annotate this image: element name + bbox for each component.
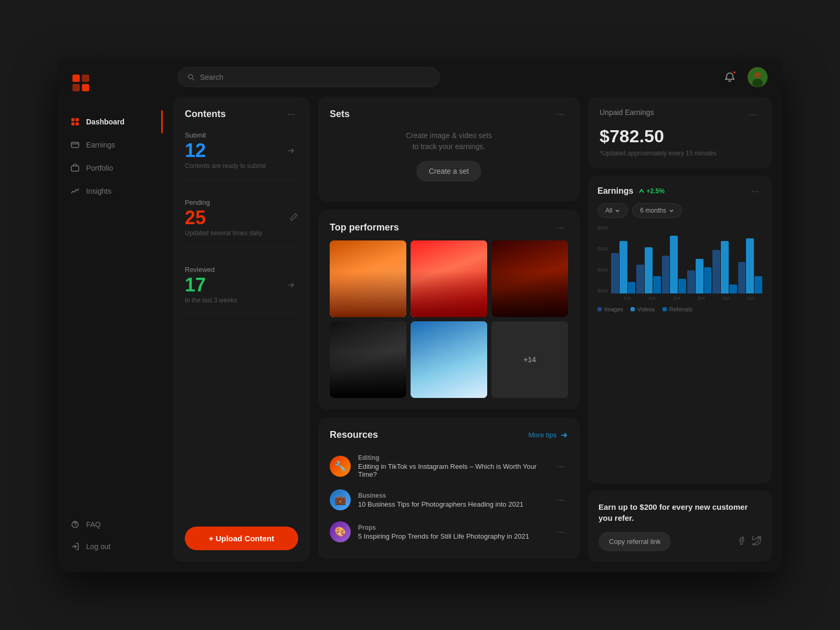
sidebar-item-label: Portfolio: [86, 164, 113, 172]
bar-g5-referrals: [729, 285, 737, 293]
submit-sub: Contents are ready to submit: [185, 162, 266, 170]
reviewed-arrow[interactable]: [284, 278, 298, 292]
reviewed-stat: Reviewed 17 In the last 3 weeks: [185, 266, 298, 314]
svg-rect-7: [76, 122, 79, 125]
earnings-type-filter[interactable]: All: [597, 203, 628, 218]
sidebar-item-label: Earnings: [86, 141, 115, 149]
chart-legend: Images Videos Referrals: [597, 306, 762, 312]
contents-title: Contents: [185, 109, 226, 120]
svg-rect-2: [72, 84, 80, 91]
bar-g1-videos: [620, 241, 627, 293]
contents-more-button[interactable]: ···: [284, 108, 298, 120]
social-icons: [737, 536, 761, 548]
more-tips-link[interactable]: More tips: [529, 431, 568, 439]
bar-g4-images: [687, 270, 695, 293]
performer-image-2[interactable]: [411, 240, 487, 317]
sidebar-item-insights[interactable]: Insights: [58, 180, 163, 203]
resource-business-more[interactable]: ···: [554, 494, 568, 506]
svg-point-14: [752, 79, 763, 87]
legend-dot-images: [597, 307, 602, 311]
search-bar[interactable]: [177, 67, 440, 87]
unpaid-more-button[interactable]: ···: [746, 109, 760, 120]
legend-dot-videos: [631, 307, 635, 311]
avatar[interactable]: [748, 67, 768, 87]
submit-count: 12: [185, 141, 266, 160]
chart-x-labels: Jun Jun Jun Jun Jun Jun: [597, 296, 762, 301]
earnings-period-filter[interactable]: 6 months: [632, 203, 681, 218]
right-column: Unpaid Earnings ··· $782.50 *Updated app…: [588, 97, 772, 562]
earnings-chart-title: Earnings: [597, 186, 633, 196]
sidebar-item-label: FAQ: [86, 520, 101, 529]
performer-image-3[interactable]: [491, 240, 568, 317]
resource-icon-props: 🎨: [330, 521, 351, 542]
earnings-change: +2.5%: [638, 187, 664, 195]
referral-card: Earn up to $200 for every new customer y…: [588, 491, 772, 562]
sidebar-bottom: FAQ Log out: [58, 513, 163, 572]
notification-button[interactable]: [720, 68, 739, 87]
sets-title: Sets: [330, 109, 350, 120]
sidebar-nav: Dashboard Earnings: [58, 110, 163, 513]
svg-rect-6: [71, 122, 75, 125]
bar-g3-images: [662, 256, 670, 293]
sets-description: Create image & video sets to track your …: [406, 130, 492, 152]
sets-body: Create image & video sets to track your …: [330, 122, 568, 190]
copy-referral-link-button[interactable]: Copy referral link: [598, 532, 671, 551]
legend-dot-referrals: [663, 307, 667, 311]
search-icon: [187, 74, 195, 81]
sets-card: Sets ··· Create image & video sets to tr…: [318, 97, 580, 202]
performer-image-1[interactable]: [330, 240, 406, 317]
upload-content-button[interactable]: + Upload Content: [185, 527, 298, 550]
submit-stat: Submit 12 Contents are ready to submit: [185, 131, 298, 180]
chart-bars: $900 $600 $300 $000: [597, 225, 762, 293]
performer-image-5[interactable]: [411, 321, 487, 398]
svg-point-13: [754, 72, 761, 78]
y-label-600: $600: [597, 246, 608, 251]
svg-rect-1: [82, 75, 89, 82]
earnings-more-button[interactable]: ···: [748, 185, 762, 197]
resource-editing-more[interactable]: ···: [554, 460, 568, 472]
pending-edit-button[interactable]: [290, 213, 298, 223]
performer-image-4[interactable]: [330, 321, 406, 398]
referral-text: Earn up to $200 for every new customer y…: [598, 501, 761, 523]
svg-rect-4: [71, 118, 75, 121]
svg-rect-9: [71, 166, 79, 171]
bar-g5-videos: [721, 241, 729, 293]
svg-point-11: [188, 75, 193, 79]
twitter-icon[interactable]: [752, 536, 761, 548]
sidebar-item-faq[interactable]: FAQ: [58, 513, 163, 536]
resource-props-more[interactable]: ···: [554, 526, 568, 538]
sidebar-item-dashboard[interactable]: Dashboard: [58, 110, 163, 133]
x-label-1: Jun: [615, 296, 639, 301]
unpaid-amount: $782.50: [600, 126, 760, 146]
faq-icon: [70, 520, 80, 529]
center-column: Sets ··· Create image & video sets to tr…: [318, 97, 580, 562]
bar-g2-referrals: [653, 276, 661, 293]
resource-info-props: Props 5 Inspiring Prop Trends for Still …: [358, 524, 547, 540]
submit-label: Submit: [185, 131, 266, 139]
sets-more-button[interactable]: ···: [554, 108, 568, 120]
bar-g1-referrals: [628, 282, 636, 293]
performers-more-button[interactable]: ···: [554, 222, 568, 233]
logo: [58, 58, 163, 110]
bar-g4-referrals: [704, 267, 712, 293]
resources-header: Resources More tips: [330, 429, 568, 440]
submit-arrow[interactable]: [284, 143, 298, 158]
create-set-button[interactable]: Create a set: [416, 161, 481, 182]
referral-bottom: Copy referral link: [598, 532, 761, 551]
bar-g6-images: [738, 262, 746, 293]
sidebar-item-portfolio[interactable]: Portfolio: [58, 156, 163, 180]
bar-g5-images: [712, 250, 720, 293]
performers-more-count[interactable]: +14: [491, 321, 568, 398]
resource-icon-editing: 🔧: [330, 456, 351, 477]
earnings-chart: $900 $600 $300 $000: [597, 225, 762, 293]
main-area: Contents ··· Submit 12 Contents are read…: [163, 58, 782, 572]
bar-g6-videos: [746, 238, 754, 293]
search-input[interactable]: [200, 73, 430, 81]
bar-g2-videos: [645, 247, 653, 293]
sidebar-item-earnings[interactable]: Earnings: [58, 133, 163, 156]
bar-g3-referrals: [678, 279, 686, 293]
x-label-6: Jun: [739, 296, 762, 301]
sidebar-item-logout[interactable]: Log out: [58, 536, 163, 558]
facebook-icon[interactable]: [737, 536, 747, 548]
earnings-chart-card: Earnings +2.5% ··· All: [588, 176, 772, 484]
